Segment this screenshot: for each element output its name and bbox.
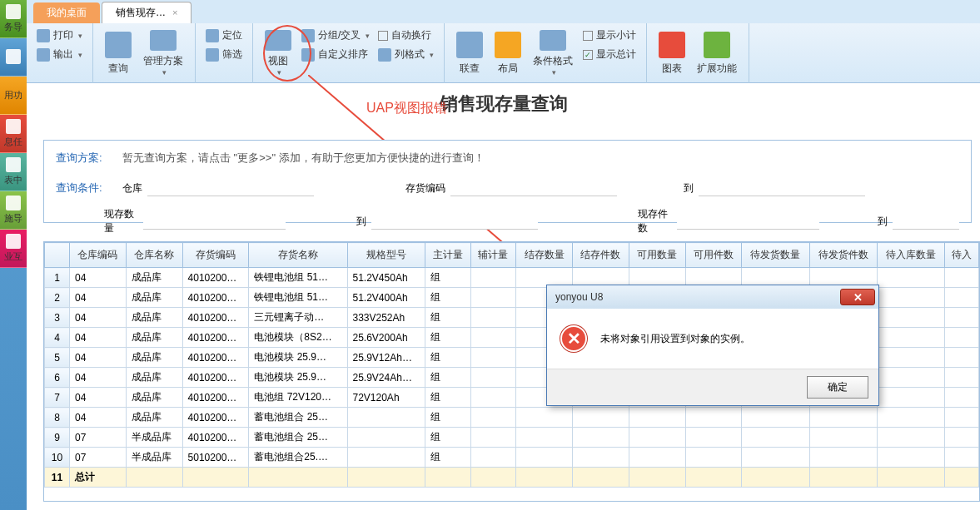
tab-desktop[interactable]: 我的桌面 <box>33 2 100 23</box>
sidebar-item-6[interactable]: 业互 <box>0 230 27 268</box>
sidebar-item-1[interactable] <box>0 38 27 77</box>
extend-icon <box>704 32 730 58</box>
sidebar-item-4[interactable]: 表中 <box>0 153 27 191</box>
table-row[interactable]: 804成品库4010200…蓄电池组合 25…组 <box>45 408 979 428</box>
chart-button[interactable]: 图表 <box>654 27 690 80</box>
invcode-input[interactable] <box>450 181 617 196</box>
field-to2-label: 到 <box>356 215 366 229</box>
dialog-titlebar[interactable]: yonyou U8 ✕ <box>547 285 878 309</box>
nav-icon <box>6 234 21 249</box>
table-header[interactable]: 可用件数 <box>685 243 742 268</box>
locate-icon <box>206 29 219 42</box>
dialog-close-button[interactable]: ✕ <box>840 289 875 305</box>
field-to3-label: 到 <box>878 215 888 229</box>
error-dialog: yonyou U8 ✕ ✕ 未将对象引用设置到对象的实例。 确定 <box>546 285 879 406</box>
table-row[interactable]: 907半成品库4010200…蓄电池组合 25…组 <box>45 428 979 448</box>
view-button[interactable]: 视图▾ <box>260 27 296 80</box>
search-icon <box>105 32 132 58</box>
plan-button[interactable]: 管理方案▾ <box>138 27 188 80</box>
query-plan-text: 暂无查询方案，请点击 "更多>>" 添加，有助于您更加方便快捷的进行查询！ <box>122 151 485 166</box>
qty-to-input[interactable] <box>371 214 538 230</box>
print-icon <box>37 29 50 42</box>
extend-button[interactable]: 扩展功能 <box>692 27 742 80</box>
query-cond-label: 查询条件: <box>56 181 122 196</box>
export-icon <box>37 48 50 62</box>
error-icon: ✕ <box>560 325 587 352</box>
export-button[interactable]: 输出▾ <box>33 46 86 63</box>
qty-input[interactable] <box>143 214 286 230</box>
table-header[interactable]: 存货编码 <box>182 243 249 268</box>
chevron-down-icon: ▾ <box>430 51 434 59</box>
table-header[interactable]: 规格型号 <box>347 243 425 268</box>
table-header[interactable]: 待入库数量 <box>877 243 944 268</box>
table-header[interactable] <box>45 243 70 268</box>
query-button[interactable]: 查询 <box>100 27 137 80</box>
autowrap-check[interactable]: 自动换行 <box>375 27 437 44</box>
sidebar-item-3[interactable]: 息任 <box>0 115 27 153</box>
checkbox-icon <box>583 31 593 41</box>
group-icon <box>301 29 315 42</box>
grandtotal-check[interactable]: ✓显示总计 <box>580 46 639 63</box>
table-header[interactable]: 结存件数 <box>573 243 629 268</box>
query-plan-label: 查询方案: <box>56 151 122 166</box>
subtotal-check[interactable]: 显示小计 <box>580 27 639 44</box>
close-icon[interactable]: × <box>172 7 177 17</box>
chevron-down-icon: ▾ <box>78 51 82 59</box>
table-header[interactable]: 结存数量 <box>516 243 573 268</box>
filter-icon <box>206 48 219 62</box>
table-header[interactable]: 待入 <box>944 243 978 268</box>
table-header[interactable]: 主计量 <box>425 243 470 268</box>
table-header[interactable]: 待发货件数 <box>809 243 877 268</box>
table-row[interactable]: 1007半成品库5010200…蓄电池组合25.…组 <box>45 448 979 468</box>
link-icon <box>456 32 483 58</box>
table-header[interactable]: 存货名称 <box>249 243 347 268</box>
sidebar-item-5[interactable]: 施导 <box>0 191 27 230</box>
dialog-message: 未将对象引用设置到对象的实例。 <box>600 332 750 346</box>
dialog-title-text: yonyou U8 <box>555 291 603 303</box>
table-header[interactable]: 待发货数量 <box>742 243 809 268</box>
chevron-down-icon: ▾ <box>552 68 556 77</box>
plan-icon <box>150 30 177 51</box>
print-button[interactable]: 打印▾ <box>33 27 86 44</box>
pieces-input[interactable] <box>677 214 819 230</box>
tabbar: 我的桌面 销售现存…× <box>27 0 980 23</box>
sidebar-item-2[interactable]: 用功 <box>0 77 27 115</box>
chevron-down-icon: ▾ <box>366 32 370 40</box>
group-button[interactable]: 分组/交叉▾ <box>298 27 373 44</box>
field-pieces-label: 现存件数 <box>638 207 672 235</box>
nav-icon <box>6 196 21 210</box>
table-header[interactable]: 仓库编码 <box>70 243 127 268</box>
chevron-down-icon: ▾ <box>277 68 281 77</box>
dialog-ok-button[interactable]: 确定 <box>807 376 868 399</box>
column-icon <box>378 48 391 62</box>
nav-icon <box>6 49 21 64</box>
table-header[interactable]: 辅计量 <box>470 243 515 268</box>
sort-icon <box>301 48 315 62</box>
table-header[interactable]: 仓库名称 <box>126 243 182 268</box>
invcode-to-input[interactable] <box>699 181 865 196</box>
tab-sales-stock[interactable]: 销售现存…× <box>102 2 192 23</box>
sort-button[interactable]: 自定义排序 <box>298 46 373 63</box>
page-title: 销售现存量查询 <box>27 83 980 125</box>
chart-icon <box>659 32 685 58</box>
condfmt-button[interactable]: 条件格式▾ <box>528 27 578 80</box>
table-header[interactable]: 可用数量 <box>629 243 685 268</box>
left-sidebar: 务导 用功 息任 表中 施导 业互 <box>0 0 27 510</box>
checkbox-checked-icon: ✓ <box>583 50 593 60</box>
link-button[interactable]: 联查 <box>451 27 488 80</box>
field-invcode-label: 存货编码 <box>405 181 445 196</box>
colfmt-button[interactable]: 列格式▾ <box>375 46 437 63</box>
pieces-to-input[interactable] <box>893 214 959 230</box>
sidebar-item-0[interactable]: 务导 <box>0 0 27 38</box>
query-panel: 查询方案: 暂无查询方案，请点击 "更多>>" 添加，有助于您更加方便快捷的进行… <box>43 140 972 223</box>
table-total-row: 11总计 <box>45 468 979 488</box>
nav-icon <box>6 4 21 19</box>
checkbox-icon <box>378 31 388 41</box>
layout-button[interactable]: 布局 <box>490 27 526 80</box>
locate-button[interactable]: 定位 <box>202 27 246 44</box>
filter-button[interactable]: 筛选 <box>202 46 246 63</box>
field-qty-label: 现存数量 <box>104 207 138 235</box>
layout-icon <box>495 32 521 58</box>
ribbon: 打印▾ 输出▾ 查询 管理方案▾ 定位 筛选 视图▾ 分组/交叉▾ 自定义排序 … <box>27 23 980 83</box>
warehouse-input[interactable] <box>147 181 314 196</box>
